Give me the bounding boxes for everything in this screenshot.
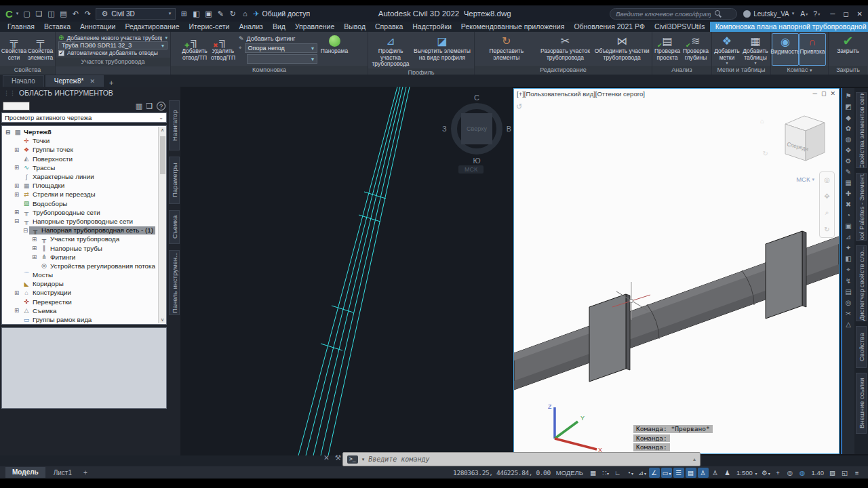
viewcube-south[interactable]: Ю: [473, 157, 480, 165]
tree-item[interactable]: ◎ Устройства регулирования потока: [2, 262, 166, 270]
ribbon-tab[interactable]: Управление: [290, 22, 339, 32]
scroll-up-icon[interactable]: ∧: [161, 127, 164, 133]
command-input[interactable]: Введите команду: [368, 455, 689, 463]
break-pipe-run-button[interactable]: ✂ Разорвать участок трубопровода: [538, 33, 593, 66]
right-toolbar-icon[interactable]: ⚙: [846, 157, 852, 165]
swap-parts-button[interactable]: ↻ Переставить элементы: [475, 33, 538, 66]
right-toolbar-icon[interactable]: ✦: [846, 244, 851, 251]
close-button[interactable]: ✕: [857, 10, 863, 18]
right-toolbar-icon[interactable]: ◔: [846, 211, 850, 219]
command-close-icon[interactable]: ✕: [323, 453, 330, 462]
close-contextual-button[interactable]: ✔ Закрыть: [833, 33, 864, 66]
tree-item[interactable]: ⊞ ⌂ Конструкции: [2, 288, 166, 297]
add-tables-button[interactable]: ▦ Добавить таблицы▾: [741, 33, 770, 66]
tree-expander-icon[interactable]: ⊞: [13, 289, 20, 296]
tree-item[interactable]: ✜ Перекрестки: [2, 298, 166, 306]
ribbon-tab[interactable]: Вставка: [39, 22, 75, 32]
titlebar-icon[interactable]: ✎: [215, 9, 226, 18]
titlebar-right-icon[interactable]: ?▾: [813, 9, 820, 18]
pipe-family-select[interactable]: Труба ПЭ80 SDR11 32_3▾: [58, 41, 167, 49]
ribbon-tab[interactable]: Вид: [268, 22, 290, 32]
titlebar-icon[interactable]: ⊞: [178, 9, 189, 18]
tree-expander-icon[interactable]: ⊞: [13, 164, 20, 171]
ribbon-tab[interactable]: Рекомендованные приложения: [456, 22, 570, 32]
right-toolbar-icon[interactable]: ✿: [846, 125, 851, 132]
titlebar-right-icon[interactable]: A▾: [800, 9, 808, 18]
viewcube-home-icon[interactable]: ⌂: [760, 117, 764, 125]
status-tool[interactable]: ◍: [797, 468, 808, 478]
palette-view-icon[interactable]: ▥: [136, 102, 142, 110]
status-toggle[interactable]: ⊿▾: [637, 468, 648, 478]
status-toggle[interactable]: ▭▾: [661, 468, 672, 478]
right-toolbar-icon[interactable]: ◆: [846, 114, 851, 121]
right-toolbar-icon[interactable]: ↯: [846, 277, 851, 285]
right-toolbar-icon[interactable]: ◩: [845, 103, 851, 110]
status-end-icon[interactable]: ▨: [827, 468, 838, 478]
right-palette-tab[interactable]: Свойства: [856, 326, 867, 368]
right-toolbar-icon[interactable]: ◍: [846, 136, 852, 143]
ribbon-tab[interactable]: Надстройки: [408, 22, 456, 32]
titlebar-icon[interactable]: ↻: [227, 9, 238, 18]
right-toolbar-icon[interactable]: ✎: [846, 168, 851, 176]
quick-access-icon[interactable]: ↷: [82, 9, 93, 18]
tree-item[interactable]: ⊞ ╥ Участки трубопровода: [2, 235, 166, 243]
zoom-icon[interactable]: ⌕: [825, 209, 829, 217]
model-layout-tab[interactable]: Модель: [5, 467, 45, 478]
help-search-box[interactable]: [610, 8, 737, 20]
right-palette-tab[interactable]: Диспетчер свойств сло...: [856, 245, 867, 321]
tree-item[interactable]: ∫ Характерные линии: [2, 172, 166, 181]
add-labels-button[interactable]: ❖ Добавить метки▾: [713, 33, 741, 66]
tree-item[interactable]: ✛ Точки: [2, 136, 166, 145]
ribbon-tab[interactable]: Civil3DPSVUtils: [650, 22, 710, 32]
tree-scrollbar[interactable]: ∧ ∨: [158, 127, 166, 323]
viewcube-ucs-menu[interactable]: МСК▾: [796, 176, 814, 183]
tree-item[interactable]: ⊞ ∿ Трассы: [2, 163, 166, 172]
tree-item[interactable]: ⊞ ▦ Площадки: [2, 181, 166, 190]
tree-expander-icon[interactable]: ⊟: [22, 227, 29, 234]
model-space-button[interactable]: МОДЕЛЬ: [556, 469, 583, 476]
viewport-controls-label[interactable]: [+][Пользовательский вид][Оттенки серого…: [517, 90, 645, 98]
ribbon-tab[interactable]: Аннотации: [75, 22, 121, 32]
command-caret-icon[interactable]: ▾: [362, 457, 365, 462]
right-palette-tab[interactable]: Tool Palettes - Элемент...: [856, 173, 867, 241]
tree-item[interactable]: ⊞ △ Съемка: [2, 306, 166, 315]
right-toolbar-icon[interactable]: ◧: [845, 255, 851, 262]
titlebar-icon[interactable]: ◧: [191, 9, 201, 18]
new-drawing-tab-button[interactable]: +: [105, 79, 117, 87]
annotation-scale-button[interactable]: 1:500 ▾: [734, 469, 759, 476]
status-tool[interactable]: ⚙▾: [761, 468, 772, 478]
toolspace-side-tab[interactable]: Панель инструмен...: [169, 250, 180, 315]
status-toggle[interactable]: ▦: [588, 468, 599, 478]
ribbon-tab[interactable]: Редактирование: [121, 22, 184, 32]
status-toggle[interactable]: ∷▾: [600, 468, 611, 478]
status-toggle[interactable]: ▤: [686, 468, 696, 478]
right-toolbar-icon[interactable]: ◎: [846, 299, 852, 306]
tree-expander-icon[interactable]: ⊞: [31, 245, 38, 251]
tree-expander-icon[interactable]: ⊞: [31, 236, 38, 243]
restore-button[interactable]: ◻: [843, 10, 848, 18]
tree-item[interactable]: ⊟ ╥ Напорная трубопроводная сеть - (1): [2, 226, 166, 235]
tree-expander-icon[interactable]: ⊟: [4, 129, 12, 136]
quick-access-icon[interactable]: ◫: [45, 9, 56, 18]
active-drawing-view-select[interactable]: Просмотр активного чертежа⌄: [1, 113, 167, 123]
navigation-bar[interactable]: ◎ ✥ ⌕ ↻: [819, 171, 835, 238]
status-toggle[interactable]: ☰: [673, 468, 684, 478]
ribbon-tab[interactable]: Итерис-сети: [184, 22, 235, 32]
ribbon-tab[interactable]: Обновления 2021 РФ: [569, 22, 650, 32]
right-toolbar-icon[interactable]: ▤: [845, 288, 851, 296]
right-toolbar-icon[interactable]: ✂: [846, 310, 851, 317]
scroll-down-icon[interactable]: ∨: [161, 317, 164, 323]
add-fitting-button[interactable]: ✎ Добавить фитинг: [239, 35, 317, 42]
ribbon-tab[interactable]: Справка: [370, 22, 408, 32]
quick-access-icon[interactable]: ↶: [70, 9, 81, 18]
depth-check-button[interactable]: ≋✔ Проверка глубины: [682, 33, 710, 66]
tree-item[interactable]: ◭ Поверхности: [2, 155, 166, 163]
file-tab-close-icon[interactable]: ✕: [90, 76, 95, 87]
toolspace-side-tab[interactable]: Навигатор: [169, 100, 180, 150]
viewcube-east[interactable]: В: [507, 125, 511, 133]
tree-item[interactable]: ⊞ ∥ Напорные трубы: [2, 243, 166, 252]
command-expand-icon[interactable]: ▴: [693, 456, 696, 462]
tree-item[interactable]: ⊞ ⋔ Фитинги: [2, 253, 166, 262]
new-layout-button[interactable]: +: [80, 469, 91, 476]
right-toolbar-icon[interactable]: ✥: [846, 146, 851, 154]
